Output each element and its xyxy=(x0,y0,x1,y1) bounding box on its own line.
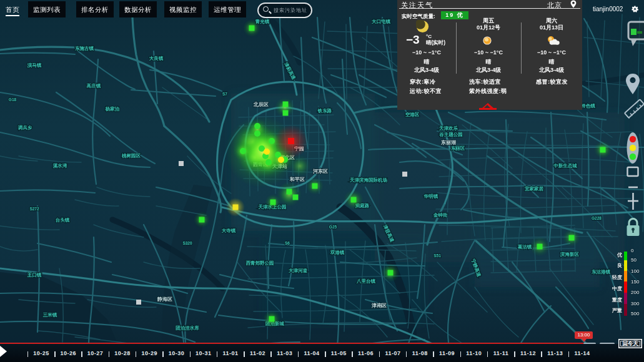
svg-text:八里台镇: 八里台镇 xyxy=(356,278,376,284)
svg-text:东沽港镇: 东沽港镇 xyxy=(592,269,611,275)
svg-text:北辰区: 北辰区 xyxy=(253,102,269,107)
svg-text:台头镇: 台头镇 xyxy=(56,217,70,223)
svg-text:西青郊野公园: 西青郊野公园 xyxy=(246,260,274,266)
svg-text:大口屯镇: 大口屯镇 xyxy=(372,19,391,24)
svg-text:静海区: 静海区 xyxy=(157,296,172,302)
svg-text:东丽区: 东丽区 xyxy=(451,145,465,151)
svg-text:G228: G228 xyxy=(592,216,602,220)
svg-text:S51: S51 xyxy=(433,253,441,258)
svg-text:S7: S7 xyxy=(222,92,227,96)
svg-text:空港区: 空港区 xyxy=(405,112,420,117)
svg-text:滨海新区: 滨海新区 xyxy=(560,252,580,257)
svg-text:调兵乡: 调兵乡 xyxy=(17,125,32,130)
svg-text:G18: G18 xyxy=(9,97,17,102)
svg-text:天津欢乐: 天津欢乐 xyxy=(438,125,458,131)
svg-text:大津河道: 大津河道 xyxy=(289,268,308,273)
svg-text:双港镇: 双港镇 xyxy=(330,250,345,255)
svg-text:G25: G25 xyxy=(329,225,337,229)
svg-text:高庄镇: 高庄镇 xyxy=(86,83,101,89)
svg-text:三米镇: 三米镇 xyxy=(43,312,57,318)
svg-text:天津滨海国际机场: 天津滨海国际机场 xyxy=(349,177,388,183)
svg-text:王口镇: 王口镇 xyxy=(27,272,42,278)
svg-text:津南区: 津南区 xyxy=(371,303,387,308)
svg-text:溪水湾: 溪水湾 xyxy=(52,163,67,169)
svg-text:河东区: 河东区 xyxy=(312,168,328,174)
svg-text:桃树园区: 桃树园区 xyxy=(121,153,141,159)
svg-text:谷主题公园: 谷主题公园 xyxy=(438,132,463,137)
svg-text:华明镇: 华明镇 xyxy=(424,193,438,199)
svg-text:演马镇: 演马镇 xyxy=(27,62,42,68)
svg-text:S272: S272 xyxy=(29,207,39,211)
svg-text:和平区: 和平区 xyxy=(289,177,305,182)
svg-text:金钟街: 金钟街 xyxy=(433,212,448,218)
svg-text:铁东路: 铁东路 xyxy=(317,108,332,114)
svg-text:东施古镇: 东施古镇 xyxy=(75,46,94,51)
svg-text:团泊洼水库: 团泊洼水库 xyxy=(176,325,199,331)
svg-text:S6: S6 xyxy=(285,241,290,245)
svg-text:中新生态城: 中新生态城 xyxy=(553,163,577,169)
svg-text:宜家家居: 宜家家居 xyxy=(525,186,544,192)
svg-text:大寺镇: 大寺镇 xyxy=(222,228,236,233)
svg-text:S320: S320 xyxy=(182,241,192,245)
svg-text:东丽湖: 东丽湖 xyxy=(440,139,456,145)
svg-text:大良镇: 大良镇 xyxy=(149,56,164,61)
svg-text:杨家泊: 杨家泊 xyxy=(105,106,120,112)
